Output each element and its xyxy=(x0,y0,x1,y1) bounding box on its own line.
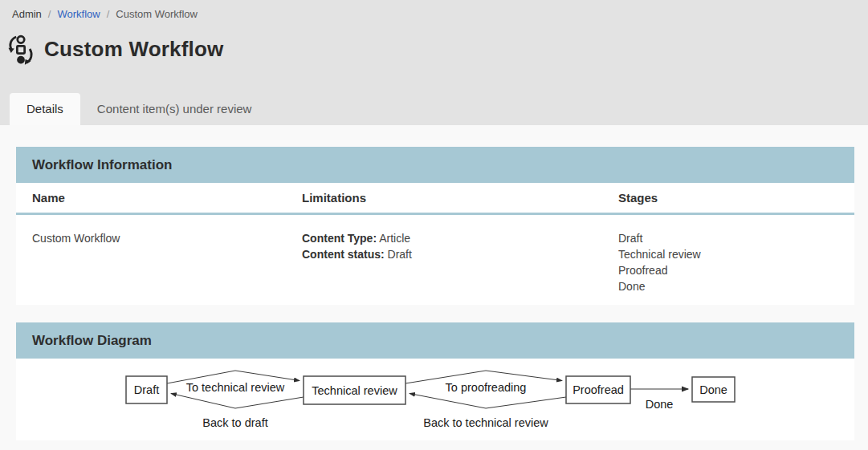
workflow-diagram-panel: Workflow Diagram Draft xyxy=(16,322,854,440)
limitation-value: Draft xyxy=(388,248,412,261)
limitation-label: Content Type: xyxy=(302,232,377,245)
diagram-node-draft: Draft xyxy=(126,376,167,403)
limitation-content-type: Content Type: Article xyxy=(302,230,618,246)
workflow-icon xyxy=(6,34,35,65)
workflow-name: Custom Workflow xyxy=(32,230,302,246)
transition-label-back-to-technical-review: Back to technical review xyxy=(423,416,548,429)
limitation-value: Article xyxy=(379,232,410,245)
breadcrumb-separator: / xyxy=(107,8,110,20)
transition-label-to-technical-review: To technical review xyxy=(186,381,285,394)
diagram-node-technical-review: Technical review xyxy=(304,376,405,404)
cell-limitations: Content Type: Article Content status: Dr… xyxy=(302,230,618,294)
workflow-diagram-canvas: Draft Technical review Proofread Done To… xyxy=(16,359,854,440)
breadcrumb-current: Custom Workflow xyxy=(116,8,198,20)
breadcrumb-separator: / xyxy=(48,8,51,20)
transition-label-done: Done xyxy=(646,398,674,411)
diagram-node-label: Draft xyxy=(134,383,159,396)
column-header-stages: Stages xyxy=(618,191,838,205)
transition-label-back-to-draft: Back to draft xyxy=(202,416,267,429)
main-content: Workflow Information Name Limitations St… xyxy=(0,125,868,440)
diagram-node-proofread: Proofread xyxy=(566,376,630,403)
diagram-node-done: Done xyxy=(692,377,735,402)
breadcrumb: Admin / Workflow / Custom Workflow xyxy=(0,0,868,20)
stage-item: Proofread xyxy=(618,262,838,278)
tab-content-items-under-review[interactable]: Content item(s) under review xyxy=(80,93,269,125)
page-title: Custom Workflow xyxy=(44,37,224,62)
transition-label-to-proofreading: To proofreading xyxy=(446,381,527,394)
limitation-label: Content status: xyxy=(302,248,385,261)
page-header: Admin / Workflow / Custom Workflow Custo… xyxy=(0,0,868,125)
breadcrumb-admin[interactable]: Admin xyxy=(12,8,42,20)
table-header-row: Name Limitations Stages xyxy=(16,183,854,215)
column-header-limitations: Limitations xyxy=(302,191,618,205)
diagram-node-label: Proofread xyxy=(573,383,624,396)
limitation-content-status: Content status: Draft xyxy=(302,246,618,262)
diagram-node-label: Technical review xyxy=(312,384,397,397)
stage-item: Draft xyxy=(618,230,838,246)
edge-back-to-draft xyxy=(171,394,304,409)
stage-item: Done xyxy=(618,278,838,294)
cell-name: Custom Workflow xyxy=(32,230,302,294)
workflow-diagram-header: Workflow Diagram xyxy=(16,322,854,359)
table-row: Custom Workflow Content Type: Article Co… xyxy=(16,215,854,305)
workflow-information-panel: Workflow Information Name Limitations St… xyxy=(16,147,854,305)
column-header-name: Name xyxy=(32,191,302,205)
tab-details[interactable]: Details xyxy=(10,93,80,125)
stage-item: Technical review xyxy=(618,246,838,262)
cell-stages: Draft Technical review Proofread Done xyxy=(618,230,838,294)
title-row: Custom Workflow xyxy=(0,20,868,65)
workflow-diagram-svg: Draft Technical review Proofread Done To… xyxy=(16,359,854,440)
workflow-information-table: Name Limitations Stages Custom Workflow … xyxy=(16,183,854,305)
workflow-information-header: Workflow Information xyxy=(16,147,854,183)
breadcrumb-workflow-link[interactable]: Workflow xyxy=(57,8,100,20)
edge-back-to-technical-review xyxy=(410,394,566,409)
diagram-node-label: Done xyxy=(699,383,727,396)
tab-bar: Details Content item(s) under review xyxy=(10,93,268,125)
